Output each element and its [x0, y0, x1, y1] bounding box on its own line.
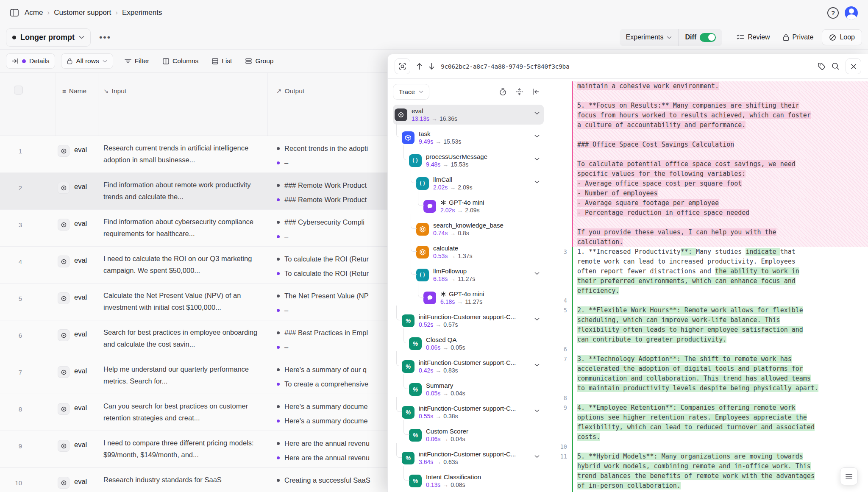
span-row[interactable]: % Intent Classification 0.13s→0.08s [393, 471, 544, 491]
span-row[interactable]: eval 13.13s→16.36s [393, 105, 544, 125]
diff-line [548, 218, 868, 228]
line-number [548, 198, 572, 208]
span-duration-comparison: 0.83s [443, 367, 458, 374]
rows-icon: ≡ [62, 88, 66, 95]
diff-line: 94. **Employee Retention**: Companies of… [548, 403, 868, 413]
input-cell: Search for best practices in employee on… [98, 320, 267, 357]
diff-line: 52. **Flexible Work Hours**: Remote work… [548, 306, 868, 315]
span-row[interactable]: % initFunction-Customer support-C... 0.4… [393, 356, 544, 376]
scan-icon [399, 63, 406, 70]
private-button[interactable]: Private [779, 30, 818, 44]
diff-line-text: a culture of accountability and performa… [573, 120, 868, 130]
span-row[interactable]: % initFunction-Customer support-C... 3.6… [393, 448, 544, 468]
span-durations: 9.48s→15.53s [426, 161, 468, 168]
line-number: 5 [548, 306, 572, 315]
chevron-down-icon[interactable] [534, 317, 540, 321]
row-name: eval [74, 146, 87, 154]
experiment-selector[interactable]: Longer prompt [6, 28, 91, 47]
arrow-right-icon: → [440, 390, 451, 397]
function-span-icon: () [416, 177, 429, 190]
close-panel-button[interactable] [846, 58, 861, 74]
breadcrumb-section[interactable]: Experiments [122, 8, 162, 17]
trace-view-dropdown[interactable]: Trace [393, 84, 429, 100]
select-all-checkbox[interactable] [14, 86, 23, 95]
details-label: Details [29, 57, 49, 65]
span-row[interactable]: search_knowledge_base 0.74s→0.8s [393, 219, 544, 239]
span-name: GPT-4o mini [440, 290, 544, 298]
chevron-down-icon[interactable] [534, 157, 540, 161]
diff-line: 6 [548, 345, 868, 354]
span-row[interactable]: % Closed QA 0.06s→0.05s [393, 334, 544, 353]
diff-line: 10 [548, 442, 868, 452]
chevron-down-icon[interactable] [534, 409, 540, 412]
input-cell: Help me understand our quarterly perform… [98, 357, 267, 394]
list-button[interactable]: List [206, 54, 237, 68]
span-row[interactable]: % initFunction-Customer support-C... 0.5… [393, 402, 544, 422]
column-header-name[interactable]: ≡ Name [62, 87, 86, 95]
diff-line: efficiency. [548, 286, 868, 296]
span-duration-comparison: 0.05s [451, 344, 465, 351]
diff-line: maintain a cohesive work environment. [548, 81, 868, 91]
view-dropdown[interactable]: Experiments [620, 29, 679, 46]
span-name: llmFollowup [433, 267, 544, 275]
line-number [548, 150, 572, 159]
diff-line-text: 2. **Flexible Work Hours**: Remote work … [573, 306, 868, 315]
columns-button[interactable]: Columns [157, 54, 204, 68]
chevron-down-icon[interactable] [534, 363, 540, 367]
chevron-down-icon[interactable] [534, 455, 540, 458]
timing-icon[interactable] [499, 88, 506, 96]
rows-filter-dropdown[interactable]: All rows [61, 53, 113, 69]
review-button[interactable]: Review [732, 30, 774, 44]
next-row-button[interactable] [428, 63, 435, 70]
focus-trace-button[interactable] [395, 58, 410, 74]
span-name: Summary [426, 381, 544, 389]
breadcrumb-org[interactable]: Acme [25, 8, 43, 17]
details-button[interactable]: Details [6, 53, 55, 69]
span-row[interactable]: () llmCall 2.02s→2.09s [393, 173, 544, 193]
previous-row-button[interactable] [416, 63, 423, 70]
diff-line: 5. **Focus on Results:** Many companies … [548, 101, 868, 111]
collapse-panel-icon[interactable] [532, 89, 540, 95]
column-header-output[interactable]: ↗ Output [276, 87, 304, 95]
span-name: initFunction-Customer support-C... [419, 313, 544, 321]
help-icon[interactable]: ? [827, 7, 839, 19]
sidebar-toggle-icon[interactable] [10, 9, 19, 17]
diff-line: specific values for the following variab… [548, 169, 868, 179]
diff-line-text [573, 218, 868, 228]
diff-line: 4 [548, 296, 868, 306]
chevron-down-icon[interactable] [534, 134, 540, 138]
span-row[interactable]: calculate 0.53s→1.37s [393, 242, 544, 262]
span-row[interactable]: % initFunction-Customer support-C... 0.5… [393, 311, 544, 331]
diff-line: options see higher retention rates. Empl… [548, 413, 868, 423]
column-header-input[interactable]: ↘ Input [103, 87, 126, 95]
text-options-button[interactable] [840, 467, 858, 485]
tag-icon[interactable] [818, 62, 826, 70]
collapse-all-icon[interactable] [516, 88, 523, 95]
diff-toggle[interactable] [700, 33, 716, 42]
span-row[interactable]: % Custom Scorer 0.06s→0.04s [393, 425, 544, 445]
loop-button[interactable]: Loop [822, 29, 862, 45]
line-number [548, 267, 572, 276]
span-row[interactable]: task 9.49s→15.53s [393, 128, 544, 147]
output-bullet-icon [277, 368, 280, 371]
span-duration-current: 0.06s [426, 436, 440, 442]
search-icon[interactable] [832, 62, 840, 70]
group-button[interactable]: Group [240, 54, 279, 68]
span-row[interactable]: () llmFollowup 6.18s→11.27s [393, 265, 544, 285]
filter-button[interactable]: Filter [119, 54, 155, 68]
span-row[interactable]: % Summary 0.05s→0.04s [393, 379, 544, 399]
diff-line: costs. [548, 432, 868, 442]
span-durations: 0.52s→0.57s [419, 321, 458, 328]
chevron-down-icon[interactable] [534, 111, 540, 115]
breadcrumb-project[interactable]: Customer support [54, 8, 111, 17]
chevron-down-icon[interactable] [534, 180, 540, 183]
more-options-button[interactable]: ••• [95, 31, 115, 44]
span-row[interactable]: () processUserMessage 9.48s→15.53s [393, 150, 544, 170]
span-row[interactable]: GPT-4o mini 2.02s→2.09s [393, 196, 544, 216]
function-span-icon: () [409, 154, 422, 167]
diff-line-text: remote work can lead to increased produc… [573, 257, 868, 267]
span-row[interactable]: GPT-4o mini 6.18s→11.27s [393, 288, 544, 308]
avatar[interactable] [845, 6, 858, 19]
trace-panel-body: Trace eval 13 [388, 79, 868, 492]
chevron-down-icon[interactable] [534, 272, 540, 275]
